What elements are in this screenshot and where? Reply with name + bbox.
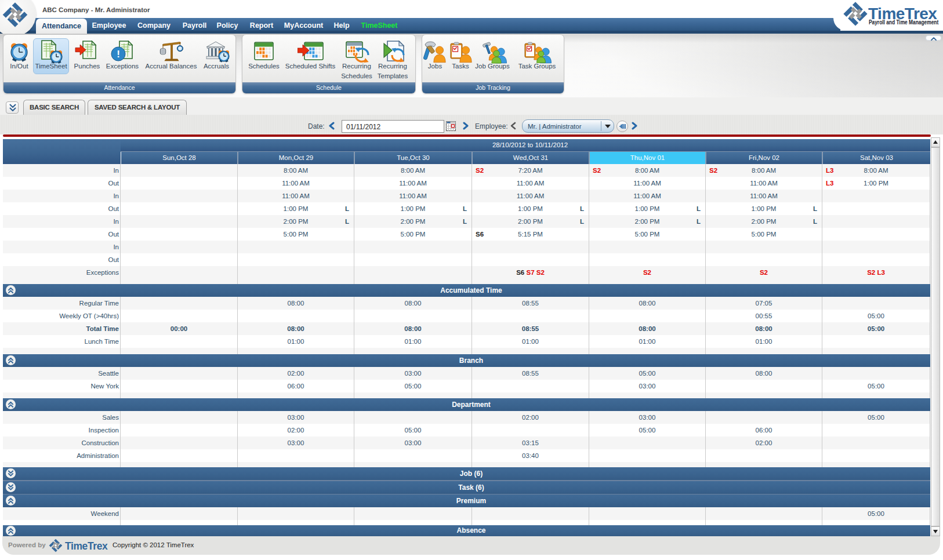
svg-text:!: !	[117, 49, 120, 60]
